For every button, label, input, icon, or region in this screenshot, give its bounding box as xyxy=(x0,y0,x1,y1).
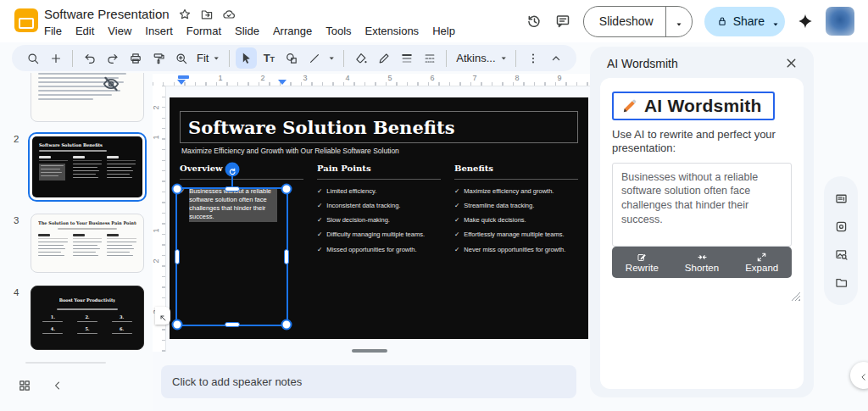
resize-handle-se[interactable] xyxy=(281,319,292,330)
more-options-icon[interactable] xyxy=(522,47,543,69)
column-heading: Overview xyxy=(180,164,303,180)
select-tool-icon[interactable] xyxy=(236,47,257,69)
indent-marker[interactable] xyxy=(178,75,189,79)
grid-view-icon[interactable] xyxy=(18,379,31,392)
gemini-sparkle-icon[interactable] xyxy=(797,13,814,30)
text-box-icon[interactable]: TT xyxy=(259,47,280,69)
slideshow-label: Slideshow xyxy=(584,14,665,28)
article-icon[interactable] xyxy=(834,192,849,206)
slide-editor[interactable]: Software Solution Benefits Maximize Effi… xyxy=(170,97,588,339)
resize-handle-w[interactable] xyxy=(175,249,180,264)
slide-column-overview[interactable]: Overview✓Businesses without a reliable s… xyxy=(180,164,303,260)
close-icon[interactable] xyxy=(784,56,798,70)
shorten-button[interactable]: Shorten xyxy=(672,247,732,278)
resize-handle-sw[interactable] xyxy=(172,319,183,330)
share-label: Share xyxy=(728,14,771,28)
ai-action-bar: RewriteShortenExpand xyxy=(612,247,792,278)
zoom-icon[interactable] xyxy=(170,47,192,69)
theme-select[interactable]: Atkins... xyxy=(453,52,497,64)
column-heading: Benefits xyxy=(454,164,578,180)
show-side-panel-button[interactable] xyxy=(850,362,868,389)
slide-column-benefits[interactable]: Benefits✓Maximize efficiency and growth.… xyxy=(454,164,578,260)
search-menus-icon[interactable] xyxy=(22,47,43,69)
menu-format[interactable]: Format xyxy=(180,23,228,39)
slideshow-button[interactable]: Slideshow xyxy=(583,6,693,37)
document-title[interactable]: Software Presentation xyxy=(44,7,170,21)
border-color-icon[interactable] xyxy=(373,47,394,69)
user-avatar[interactable] xyxy=(826,7,854,36)
image-search-icon[interactable] xyxy=(834,247,849,262)
check-glyph: ✓ xyxy=(454,230,459,239)
slides-logo-icon[interactable] xyxy=(14,8,38,32)
menu-insert[interactable]: Insert xyxy=(138,23,180,39)
menu-help[interactable]: Help xyxy=(426,23,462,39)
thumbnail-slide-4[interactable]: Boost Your Productivity1.2.3.4.5.6. xyxy=(31,286,144,350)
indent-marker-triangle[interactable] xyxy=(177,80,186,85)
hide-menus-icon[interactable] xyxy=(545,47,566,69)
panel-title: AI Wordsmith xyxy=(607,57,678,70)
new-slide-plus-icon[interactable] xyxy=(45,47,66,69)
slide-title-box[interactable]: Software Solution Benefits xyxy=(180,111,578,143)
ruler-number: 2 xyxy=(152,258,160,263)
border-dash-icon[interactable] xyxy=(419,47,440,69)
slide-column-pain-points[interactable]: Pain Points✓Limited efficiency.✓Inconsis… xyxy=(317,164,441,260)
thumbnail-slide-1[interactable] xyxy=(31,73,144,122)
menu-extensions[interactable]: Extensions xyxy=(359,23,426,39)
undo-icon[interactable] xyxy=(79,47,100,69)
print-icon[interactable] xyxy=(125,47,146,69)
insert-shape-icon[interactable] xyxy=(281,47,303,69)
folder-icon[interactable] xyxy=(834,275,849,290)
resize-handle-n[interactable] xyxy=(225,186,240,192)
version-history-icon[interactable] xyxy=(526,13,542,30)
rewrite-button[interactable]: Rewrite xyxy=(612,247,672,278)
menu-file[interactable]: File xyxy=(37,23,69,39)
menu-bar: FileEditViewInsertFormatSlideArrangeTool… xyxy=(37,23,462,39)
star-icon[interactable] xyxy=(178,8,192,21)
cloud-saved-icon[interactable] xyxy=(222,8,236,21)
slide-item-text: Maximize efficiency and growth. xyxy=(464,187,554,196)
collapse-filmstrip-icon[interactable] xyxy=(52,380,64,392)
rotate-handle-icon[interactable] xyxy=(225,163,239,177)
pointer-tab-button[interactable] xyxy=(155,307,170,325)
ai-text-input[interactable]: Businesses without a reliable software s… xyxy=(612,163,792,247)
menu-arrange[interactable]: Arrange xyxy=(266,23,319,39)
ruler-number: 9 xyxy=(557,74,561,82)
fit-caret-icon[interactable] xyxy=(212,53,220,64)
ruler-number: 8 xyxy=(515,74,519,82)
menu-slide[interactable]: Slide xyxy=(228,23,266,39)
indent-marker-triangle[interactable] xyxy=(278,80,287,85)
share-dropdown-caret-icon[interactable] xyxy=(771,17,780,25)
speaker-notes-input[interactable]: Click to add speaker notes xyxy=(161,365,576,398)
insert-line-icon[interactable] xyxy=(304,47,326,69)
resize-handle-nw[interactable] xyxy=(172,184,183,195)
share-button[interactable]: Share xyxy=(704,7,785,36)
brand-label: AI Wordsmith xyxy=(644,96,762,116)
gallery-icon[interactable] xyxy=(834,219,849,234)
thumbnail-slide-2-selected[interactable]: Software Solution Benefits xyxy=(28,132,147,202)
theme-caret-icon[interactable] xyxy=(499,53,508,64)
menu-tools[interactable]: Tools xyxy=(319,23,358,39)
redo-icon[interactable] xyxy=(102,47,123,69)
check-glyph: ✓ xyxy=(454,246,459,254)
menu-view[interactable]: View xyxy=(101,23,138,39)
thumbnail-grid-number: 5. xyxy=(73,326,103,331)
paint-format-icon[interactable] xyxy=(147,47,169,69)
zoom-fit-select[interactable]: Fit xyxy=(193,52,210,64)
slideshow-dropdown[interactable] xyxy=(665,7,692,36)
expand-button[interactable]: Expand xyxy=(732,247,792,278)
border-weight-icon[interactable] xyxy=(396,47,417,69)
comments-icon[interactable] xyxy=(554,13,571,30)
thumbnail-slide-3[interactable]: The Solution to Your Business Pain Point… xyxy=(31,214,144,273)
slide-item-text: Effortlessly manage multiple teams. xyxy=(464,230,564,239)
fill-color-icon[interactable] xyxy=(350,47,371,69)
slide-item-text: Businesses without a reliable software s… xyxy=(189,187,277,222)
notes-resize-handle[interactable] xyxy=(352,349,387,353)
resize-handle-ne[interactable] xyxy=(281,184,292,195)
resize-handle-e[interactable] xyxy=(284,249,289,264)
move-folder-icon[interactable] xyxy=(200,8,214,21)
lock-icon xyxy=(716,15,728,27)
menu-edit[interactable]: Edit xyxy=(69,23,101,39)
slide-subtitle[interactable]: Maximize Efficiency and Growth with Our … xyxy=(181,147,399,155)
line-caret-icon[interactable] xyxy=(327,53,336,64)
resize-handle-s[interactable] xyxy=(225,322,240,327)
